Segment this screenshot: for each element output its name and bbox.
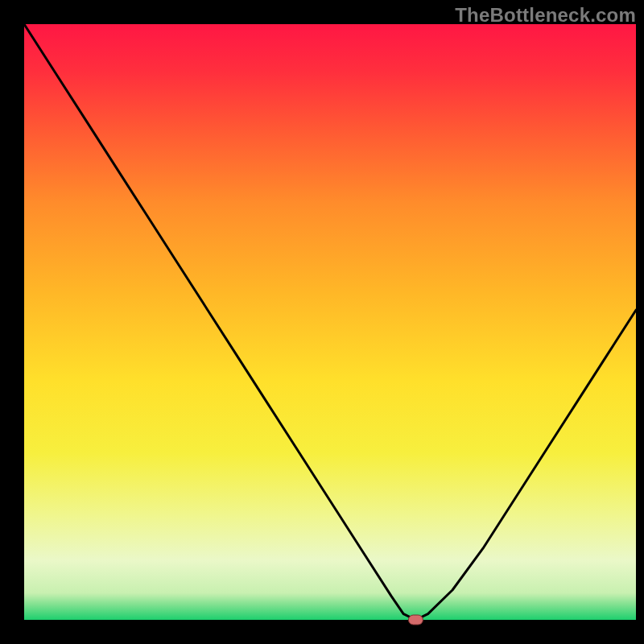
plot-background	[24, 24, 636, 620]
bottleneck-chart	[0, 0, 644, 644]
watermark-text: TheBottleneck.com	[455, 4, 636, 27]
chart-container: TheBottleneck.com	[0, 0, 644, 644]
optimal-marker	[408, 615, 423, 625]
